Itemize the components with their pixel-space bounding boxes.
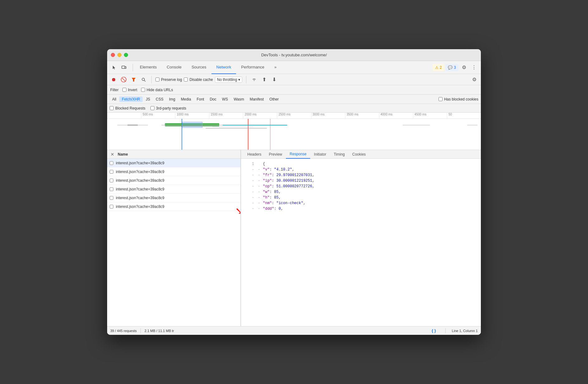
tab-sources[interactable]: Sources (187, 61, 211, 74)
resp-tab-timing[interactable]: Timing (330, 150, 349, 159)
hide-urls-checkbox[interactable] (141, 88, 145, 92)
type-btn-media[interactable]: Media (178, 96, 194, 102)
line-content: "nm": "icon-check", (263, 200, 477, 206)
has-blocked-cookies-checkbox[interactable] (439, 97, 443, 101)
tab-bar-icons (110, 63, 128, 72)
third-party-label[interactable]: 3rd-party requests (150, 106, 186, 110)
hide-urls-label[interactable]: Hide data URLs (141, 88, 173, 92)
disable-cache-checkbox[interactable] (184, 77, 188, 82)
tab-network[interactable]: Network (211, 61, 236, 74)
download-icon[interactable]: ⬇ (270, 76, 278, 84)
file-name-5: interest.json?cache=39ac8c9 (116, 196, 238, 200)
maximize-button[interactable] (124, 53, 128, 57)
format-button[interactable]: { } (432, 328, 436, 333)
line-content: "ip": 30.0000012219251, (263, 178, 477, 184)
list-item[interactable]: interest.json?cache=39ac8c9 (107, 159, 240, 167)
response-panel: Headers Preview Response Initiator Timin… (241, 150, 481, 326)
preserve-log-checkbox[interactable] (155, 77, 159, 82)
resp-tab-response[interactable]: Response (286, 150, 310, 159)
item-checkbox-5[interactable] (110, 196, 113, 200)
close-button[interactable] (111, 53, 115, 57)
line-row-8: - - "nm": "icon-check", (245, 200, 477, 206)
invert-checkbox[interactable] (122, 88, 126, 92)
svg-point-3 (142, 78, 145, 81)
preserve-log-label[interactable]: Preserve log (155, 77, 182, 82)
type-btn-img[interactable]: Img (167, 96, 178, 102)
resp-tab-preview[interactable]: Preview (265, 150, 286, 159)
line-number: - (245, 178, 254, 184)
type-btn-doc[interactable]: Doc (207, 96, 219, 102)
message-badge[interactable]: 💬 3 (445, 64, 458, 71)
tab-performance[interactable]: Performance (236, 61, 269, 74)
close-panel-button[interactable]: ✕ (110, 152, 115, 157)
tab-more[interactable]: » (269, 61, 282, 74)
resp-tab-headers[interactable]: Headers (244, 150, 265, 159)
item-checkbox-3[interactable] (110, 179, 113, 182)
resp-tab-initiator[interactable]: Initiator (310, 150, 330, 159)
transfer-size: 2.1 MB / 11.1 MB tr (145, 329, 174, 333)
disable-cache-label[interactable]: Disable cache (184, 77, 213, 82)
type-btn-font[interactable]: Font (194, 96, 206, 102)
line-number: - (245, 195, 254, 200)
type-btn-wasm[interactable]: Wasm (231, 96, 247, 102)
settings-icon[interactable]: ⚙ (460, 63, 468, 72)
devtools-body: Elements Console Sources Network Perform… (107, 61, 481, 335)
tick-8: 4000 ms (379, 113, 413, 119)
type-btn-css[interactable]: CSS (153, 96, 166, 102)
list-item[interactable]: interest.json?cache=39ac8c9 (107, 176, 240, 185)
invert-label[interactable]: Invert (122, 88, 137, 92)
tick-9: 4500 ms (413, 113, 447, 119)
wifi-icon[interactable] (250, 76, 258, 84)
settings-icon-toolbar[interactable]: ⚙ (470, 76, 478, 84)
record-button[interactable]: ⏺ (110, 76, 118, 84)
type-bar: All Fetch/XHR JS CSS Img Media Font Doc … (107, 95, 481, 104)
more-options-icon[interactable]: ⋮ (470, 63, 478, 72)
type-btn-ws[interactable]: WS (220, 96, 230, 102)
line-content: "op": 51.0000020772726, (263, 184, 477, 189)
third-party-checkbox[interactable] (150, 106, 154, 110)
blocked-requests-checkbox[interactable] (110, 106, 114, 110)
filter-icon[interactable] (130, 76, 138, 84)
file-list: ✕ Name interest.json?cache=39ac8c9 inter… (107, 150, 241, 326)
tick-6: 3000 ms (311, 113, 345, 119)
item-checkbox-2[interactable] (110, 170, 113, 174)
type-btn-fetch[interactable]: Fetch/XHR (119, 96, 143, 102)
list-item[interactable]: interest.json?cache=39ac8c9 (107, 194, 240, 202)
search-icon[interactable] (140, 76, 148, 84)
toolbar-separator1 (151, 76, 152, 83)
line-number: - (245, 200, 254, 206)
svg-line-4 (144, 80, 145, 82)
cursor-icon[interactable] (110, 63, 118, 72)
clear-button[interactable]: 🚫 (120, 76, 128, 84)
item-checkbox-6[interactable] (110, 205, 113, 208)
line-row-5: - - "op": 51.0000020772726, (245, 184, 477, 189)
type-btn-manifest[interactable]: Manifest (247, 96, 266, 102)
type-btn-other[interactable]: Other (267, 96, 281, 102)
list-item[interactable]: interest.json?cache=39ac8c9 (107, 185, 240, 194)
list-item[interactable]: interest.json?cache=39ac8c9 ➘ (107, 202, 240, 211)
tab-separator (133, 64, 133, 71)
status-divider-2 (445, 328, 446, 333)
device-mode-icon[interactable] (120, 63, 128, 72)
line-dash: - (258, 184, 263, 189)
type-btn-js[interactable]: JS (143, 96, 153, 102)
line-number: - (245, 184, 254, 189)
item-checkbox-4[interactable] (110, 187, 113, 191)
resp-tab-cookies[interactable]: Cookies (349, 150, 369, 159)
tab-console[interactable]: Console (162, 61, 187, 74)
line-dash: - (258, 195, 263, 200)
has-blocked-cookies-label[interactable]: Has blocked cookies (439, 97, 478, 101)
column-name-header: Name (118, 152, 238, 157)
tab-bar: Elements Console Sources Network Perform… (107, 61, 481, 74)
item-checkbox-1[interactable] (110, 161, 113, 165)
warning-badge[interactable]: ⚠ 2 (433, 64, 444, 71)
blocked-requests-label[interactable]: Blocked Requests (110, 106, 145, 110)
minimize-button[interactable] (117, 53, 121, 57)
throttle-select[interactable]: No throttling ▾ (215, 77, 243, 83)
line-content: "fr": 29.9700012207031, (263, 172, 477, 178)
tab-elements[interactable]: Elements (135, 61, 162, 74)
upload-icon[interactable]: ⬆ (260, 76, 268, 84)
type-btn-all[interactable]: All (110, 96, 119, 102)
list-item[interactable]: interest.json?cache=39ac8c9 (107, 167, 240, 176)
requests-count: 39 / 445 requests (110, 329, 137, 333)
